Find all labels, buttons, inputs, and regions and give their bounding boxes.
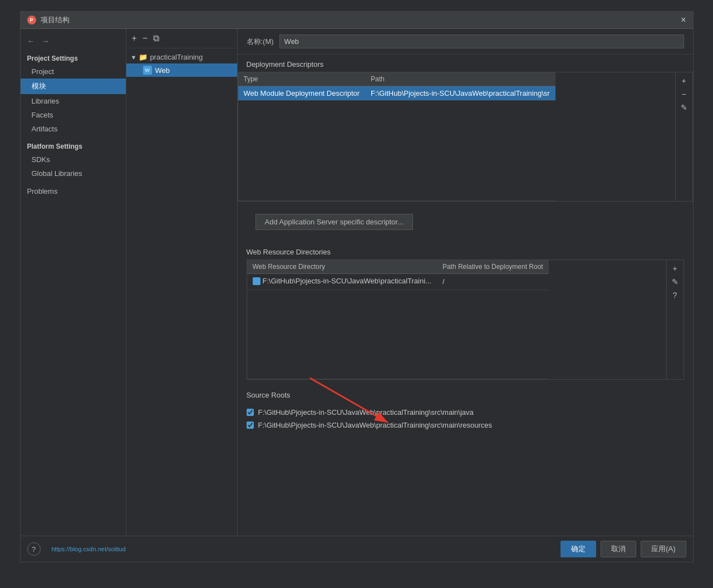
- wr-dir-cell: F:\GitHub\Pjojects-in-SCU\JavaWeb\practi…: [247, 274, 437, 290]
- close-button[interactable]: ×: [681, 15, 686, 25]
- name-label: 名称:(M): [247, 37, 274, 47]
- sidebar: ← → Project Settings Project 模块 Librarie…: [21, 29, 126, 536]
- sidebar-item-global-libraries[interactable]: Global Libraries: [21, 166, 126, 180]
- col-type-header: Type: [238, 72, 366, 86]
- col-web-dir-header: Web Resource Directory: [247, 260, 437, 274]
- wr-empty-row: [247, 290, 549, 379]
- tree-web-label: Web: [155, 66, 170, 75]
- col-path-header: Path: [365, 72, 555, 86]
- deployment-descriptors-section-header: Deployment Descriptors: [238, 55, 693, 72]
- bottom-left: ? https://blog.csdn.net/solitud: [27, 542, 126, 556]
- tree-toolbar: + − ⧉: [126, 29, 237, 48]
- tree-item-root[interactable]: ▼ 📁 practicalTraining: [126, 51, 237, 63]
- web-module-icon: W: [143, 66, 152, 75]
- url-bar: https://blog.csdn.net/solitud: [52, 546, 126, 552]
- platform-settings-label: Platform Settings: [21, 136, 126, 153]
- title-bar-left: P 项目结构: [27, 15, 70, 25]
- sidebar-item-project[interactable]: Project: [21, 65, 126, 79]
- sidebar-item-artifacts[interactable]: Artifacts: [21, 122, 126, 136]
- wr-help-button[interactable]: ?: [669, 289, 681, 301]
- nav-forward-button[interactable]: →: [40, 36, 52, 47]
- app-icon: P: [27, 16, 36, 24]
- dd-side-buttons: + − ✎: [675, 72, 692, 201]
- wr-path-cell: /: [437, 274, 549, 290]
- tree-remove-button[interactable]: −: [141, 32, 149, 45]
- dd-path-cell: F:\GitHub\Pjojects-in-SCU\JavaWeb\practi…: [365, 86, 555, 101]
- add-descriptor-button[interactable]: Add Application Server specific descript…: [255, 214, 413, 230]
- sidebar-nav: ← →: [21, 33, 126, 51]
- source-root-path-1: F:\GitHub\Pjojects-in-SCU\JavaWeb\practi…: [258, 421, 492, 429]
- table-row[interactable]: F:\GitHub\Pjojects-in-SCU\JavaWeb\practi…: [247, 274, 549, 290]
- sidebar-item-problems[interactable]: Problems: [21, 180, 126, 198]
- sidebar-item-libraries[interactable]: Libraries: [21, 94, 126, 108]
- sidebar-item-facets[interactable]: Facets: [21, 108, 126, 122]
- dd-remove-button[interactable]: −: [678, 88, 690, 100]
- folder-icon: 📁: [139, 53, 147, 61]
- tree-add-button[interactable]: +: [131, 32, 138, 45]
- dd-table-inner: Type Path Web Module Deployment Descript…: [238, 72, 675, 201]
- add-descriptor-area: Add Application Server specific descript…: [238, 202, 693, 242]
- sidebar-item-modules[interactable]: 模块: [21, 79, 126, 94]
- source-root-item-0: F:\GitHub\Pjojects-in-SCU\JavaWeb\practi…: [238, 406, 693, 419]
- source-root-checkbox-0[interactable]: [247, 409, 254, 416]
- tree-panel: + − ⧉ ▼ 📁 practicalTraining W Web: [126, 29, 238, 536]
- tree-root-label: practicalTraining: [150, 53, 203, 61]
- wr-add-button[interactable]: +: [669, 262, 681, 275]
- col-path-rel-header: Path Relative to Deployment Root: [437, 260, 549, 274]
- dd-empty-row: [238, 101, 555, 201]
- tree-copy-button[interactable]: ⧉: [152, 32, 160, 45]
- dd-add-button[interactable]: +: [678, 75, 690, 87]
- apply-button[interactable]: 应用(A): [641, 541, 686, 557]
- project-structure-dialog: P 项目结构 × ← → Project Settings Project 模块…: [20, 11, 694, 562]
- tree-items: ▼ 📁 practicalTraining W Web: [126, 48, 237, 79]
- bottom-right: 确定 取消 应用(A): [560, 541, 686, 557]
- ok-button[interactable]: 确定: [560, 541, 596, 557]
- name-row: 名称:(M): [238, 29, 693, 55]
- folder-small-icon: [253, 277, 260, 285]
- tree-item-web[interactable]: W Web: [126, 63, 237, 77]
- web-resource-table-container: Web Resource Directory Path Relative to …: [247, 259, 684, 380]
- name-input[interactable]: [279, 35, 684, 48]
- table-row[interactable]: Web Module Deployment Descriptor F:\GitH…: [238, 86, 555, 101]
- web-resource-table: Web Resource Directory Path Relative to …: [247, 260, 549, 379]
- deployment-descriptors-table-container: Type Path Web Module Deployment Descript…: [238, 72, 693, 202]
- wr-side-buttons: + ✎ ?: [666, 260, 684, 379]
- cancel-button[interactable]: 取消: [601, 541, 636, 557]
- dd-edit-button[interactable]: ✎: [678, 101, 690, 114]
- source-roots-section: Source Roots: [238, 380, 693, 406]
- wr-table-inner: Web Resource Directory Path Relative to …: [247, 260, 666, 379]
- source-root-item-1: F:\GitHub\Pjojects-in-SCU\JavaWeb\practi…: [238, 419, 693, 432]
- web-resource-section-header: Web Resource Directories: [238, 242, 693, 259]
- tree-arrow-icon: ▼: [131, 54, 137, 61]
- main-content: ← → Project Settings Project 模块 Librarie…: [21, 29, 693, 536]
- help-button[interactable]: ?: [27, 542, 41, 556]
- sidebar-item-sdks[interactable]: SDKs: [21, 153, 126, 166]
- title-bar: P 项目结构 ×: [21, 12, 693, 29]
- bottom-bar: ? https://blog.csdn.net/solitud 确定 取消 应用…: [21, 536, 693, 562]
- source-root-checkbox-1[interactable]: [247, 422, 254, 429]
- project-settings-label: Project Settings: [21, 51, 126, 65]
- wr-edit-button[interactable]: ✎: [669, 276, 681, 288]
- dd-type-cell: Web Module Deployment Descriptor: [238, 86, 366, 101]
- source-roots-header: Source Roots: [247, 385, 684, 403]
- source-root-path-0: F:\GitHub\Pjojects-in-SCU\JavaWeb\practi…: [258, 408, 474, 416]
- deployment-descriptors-table: Type Path Web Module Deployment Descript…: [238, 72, 555, 201]
- content-area: 名称:(M) Deployment Descriptors Type Path: [238, 29, 693, 536]
- nav-back-button[interactable]: ←: [25, 36, 37, 47]
- dialog-title: 项目结构: [41, 15, 70, 25]
